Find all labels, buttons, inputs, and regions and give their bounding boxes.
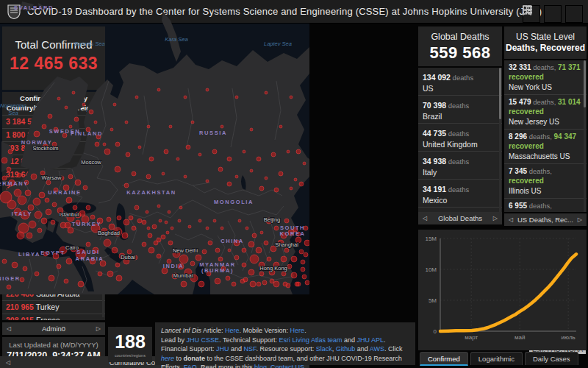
case-bubble[interactable] xyxy=(109,224,115,230)
prev-arrow-icon[interactable]: ◁ xyxy=(423,212,427,224)
info-link[interactable]: FAQ xyxy=(184,364,197,368)
case-bubble[interactable] xyxy=(274,226,279,230)
case-bubble[interactable] xyxy=(176,158,179,160)
case-bubble[interactable] xyxy=(48,114,52,118)
case-bubble[interactable] xyxy=(95,142,99,146)
global-deaths-tab[interactable]: ◁ Global Deaths ▷ xyxy=(418,212,502,224)
case-bubble[interactable] xyxy=(270,279,274,283)
case-bubble[interactable] xyxy=(86,242,90,247)
list-item[interactable]: 134 092 deathsUS xyxy=(418,68,502,96)
next-arrow-icon[interactable]: ▷ xyxy=(578,213,582,226)
case-bubble[interactable] xyxy=(250,281,256,287)
next-arrow-icon[interactable]: ▷ xyxy=(493,212,498,224)
world-map[interactable]: NorwegianSeaBarents SeaKara SeaLaptev Se… xyxy=(0,0,309,294)
case-bubble[interactable] xyxy=(135,205,139,210)
case-bubble[interactable] xyxy=(290,96,293,99)
case-bubble[interactable] xyxy=(245,227,248,230)
case-bubble[interactable] xyxy=(94,121,97,124)
case-bubble[interactable] xyxy=(235,96,238,99)
case-bubble[interactable] xyxy=(287,150,290,153)
map-canvas[interactable]: NorwegianSeaBarents SeaKara SeaLaptev Se… xyxy=(0,0,309,294)
case-bubble[interactable] xyxy=(184,175,187,178)
case-bubble[interactable] xyxy=(37,228,42,233)
case-bubble[interactable] xyxy=(17,173,21,177)
case-bubble[interactable] xyxy=(142,220,146,224)
prev-arrow-icon[interactable]: ◁ xyxy=(7,322,11,335)
case-bubble[interactable] xyxy=(290,187,293,190)
case-bubble[interactable] xyxy=(274,188,279,192)
info-link[interactable]: JHU CSSE xyxy=(187,336,220,344)
case-bubble[interactable] xyxy=(26,233,32,238)
case-bubble[interactable] xyxy=(191,121,194,124)
case-bubble[interactable] xyxy=(138,146,141,149)
case-bubble[interactable] xyxy=(126,152,130,157)
list-item[interactable]: 32 331 deaths, 71 371 recoveredNew York … xyxy=(504,60,587,95)
case-bubble[interactable] xyxy=(28,205,34,210)
case-bubble[interactable] xyxy=(66,258,72,264)
case-bubble[interactable] xyxy=(215,278,220,284)
case-bubble[interactable] xyxy=(228,249,231,252)
case-bubble[interactable] xyxy=(49,275,54,281)
case-bubble[interactable] xyxy=(146,210,148,213)
case-bubble[interactable] xyxy=(198,153,201,156)
case-bubble[interactable] xyxy=(157,254,161,258)
case-bubble[interactable] xyxy=(98,272,102,276)
case-bubble[interactable] xyxy=(243,150,245,153)
case-bubble[interactable] xyxy=(305,280,309,285)
case-bubble[interactable] xyxy=(78,281,84,287)
case-bubble[interactable] xyxy=(264,241,268,245)
case-bubble[interactable] xyxy=(171,227,173,230)
case-bubble[interactable] xyxy=(123,219,129,225)
case-bubble[interactable] xyxy=(164,149,168,154)
case-bubble[interactable] xyxy=(243,277,248,282)
list-item[interactable]: 208 015 France xyxy=(2,314,105,320)
case-bubble[interactable] xyxy=(267,257,271,261)
scrollbar[interactable] xyxy=(499,68,501,212)
case-bubble[interactable] xyxy=(31,174,37,180)
list-item[interactable]: 7 345 deaths, recoveredIllinois US xyxy=(504,164,587,199)
case-bubble[interactable] xyxy=(283,282,287,286)
case-bubble[interactable] xyxy=(18,196,26,205)
info-link[interactable]: here xyxy=(161,355,174,362)
case-bubble[interactable] xyxy=(142,242,146,247)
case-bubble[interactable] xyxy=(238,219,241,222)
case-bubble[interactable] xyxy=(179,206,182,209)
case-bubble[interactable] xyxy=(17,232,24,239)
case-bubble[interactable] xyxy=(7,285,11,289)
info-link[interactable]: Github xyxy=(336,345,356,353)
case-bubble[interactable] xyxy=(257,282,261,286)
case-bubble[interactable] xyxy=(82,103,85,106)
case-bubble[interactable] xyxy=(301,267,305,272)
case-bubble[interactable] xyxy=(215,248,220,252)
case-bubble[interactable] xyxy=(68,227,74,233)
case-bubble[interactable] xyxy=(169,125,172,128)
case-bubble[interactable] xyxy=(181,281,187,287)
case-bubble[interactable] xyxy=(68,174,73,179)
admin0-tab[interactable]: ◁ Admin0 ▷ xyxy=(2,322,105,335)
case-bubble[interactable] xyxy=(202,250,207,254)
tab-daily-cases[interactable]: Daily Cases xyxy=(525,352,578,365)
case-bubble[interactable] xyxy=(287,264,292,269)
case-bubble[interactable] xyxy=(65,106,68,109)
case-bubble[interactable] xyxy=(186,145,190,149)
case-bubble[interactable] xyxy=(273,281,279,287)
case-bubble[interactable] xyxy=(265,177,268,180)
list-item[interactable]: 8 296 deaths, 94 347 recoveredMassachuse… xyxy=(504,130,587,164)
case-bubble[interactable] xyxy=(284,219,289,223)
case-bubble[interactable] xyxy=(23,266,27,271)
case-bubble[interactable] xyxy=(115,166,121,172)
case-bubble[interactable] xyxy=(75,180,81,185)
case-bubble[interactable] xyxy=(41,218,47,224)
case-bubble[interactable] xyxy=(250,128,253,131)
case-bubble[interactable] xyxy=(113,103,116,106)
case-bubble[interactable] xyxy=(25,190,31,196)
case-bubble[interactable] xyxy=(107,217,111,222)
next-arrow-icon[interactable]: ▷ xyxy=(96,322,101,335)
case-bubble[interactable] xyxy=(242,263,246,267)
case-bubble[interactable] xyxy=(198,219,201,222)
case-bubble[interactable] xyxy=(265,91,268,94)
case-bubble[interactable] xyxy=(125,121,128,124)
confirmed-curve[interactable] xyxy=(440,254,576,331)
list-item[interactable]: 34 938 deathsItaly xyxy=(418,152,502,180)
case-bubble[interactable] xyxy=(52,202,57,207)
